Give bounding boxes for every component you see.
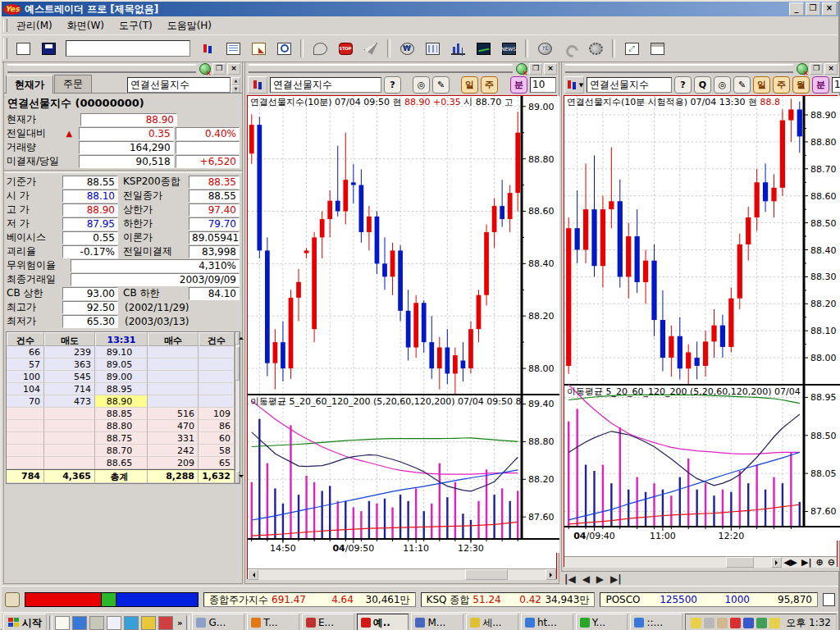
chart1-symbol-input[interactable]: 연결선물지수 (270, 77, 381, 93)
chart1-canvas[interactable]: 89.0088.8088.6088.4088.2088.0089.4088.80… (247, 95, 557, 579)
period-input[interactable]: 10 (530, 77, 556, 93)
help-button[interactable]: ? (384, 76, 401, 94)
orderbook-sell-row[interactable]: 5736389.05 (7, 358, 235, 371)
quick-launch-chevron-icon[interactable]: » (176, 619, 184, 628)
minute-button[interactable]: 분 (812, 76, 829, 94)
weekly-button[interactable]: 주 (481, 76, 498, 94)
character-icon[interactable] (141, 616, 156, 630)
candle-chart-button[interactable] (196, 38, 219, 59)
task-button-1[interactable]: T... (247, 614, 299, 630)
won-currency-button[interactable]: ₩ (395, 38, 418, 59)
draw-button[interactable]: ✎ (432, 76, 450, 94)
alert-hand-icon[interactable] (5, 592, 20, 607)
media-icon[interactable] (158, 616, 173, 630)
task-button-6[interactable]: ht... (521, 614, 573, 630)
panel-close-icon[interactable]: × (227, 63, 240, 75)
globe-icon[interactable] (124, 616, 139, 630)
menu-item-0[interactable]: 관리(M) (10, 17, 59, 34)
tab-current-price[interactable]: 현재가 (6, 75, 53, 94)
menu-item-2[interactable]: 도구(T) (112, 17, 159, 34)
magnifier-button[interactable]: Q (694, 76, 711, 94)
quote-symbol-input[interactable]: 연결선물지수 (127, 77, 231, 93)
scroll-thumb[interactable] (235, 346, 240, 381)
zoom-out-icon[interactable]: ⊖ (828, 557, 835, 568)
zoom-in-icon[interactable]: ⊕ (816, 557, 824, 568)
line-chart-button[interactable] (472, 38, 495, 59)
save-button[interactable] (37, 38, 60, 59)
restore-button[interactable]: ❐ (806, 2, 820, 16)
task-button-7[interactable]: Y... (576, 614, 628, 630)
chart2-svg[interactable]: 88.9088.8088.7088.6088.5088.4088.3088.20… (564, 96, 840, 554)
draw-button[interactable]: ✎ (733, 76, 751, 94)
page-arrow-icon[interactable]: ▶ (596, 573, 604, 585)
minute-button[interactable]: 분 (510, 76, 527, 94)
order-send-button[interactable] (247, 38, 270, 59)
weekly-button[interactable]: 주 (773, 76, 790, 94)
menu-item-1[interactable]: 화면(W) (61, 17, 111, 34)
send-plane-button[interactable] (359, 38, 382, 59)
scroll-right-icon[interactable] (546, 569, 556, 580)
chart1-svg[interactable]: 89.0088.8088.6088.4088.2088.0089.4088.80… (248, 96, 559, 566)
crosshair-button[interactable]: ◎ (714, 76, 731, 94)
graphics-icon[interactable] (743, 618, 754, 628)
page-nav-arrows[interactable]: |◀◀▶▶| (564, 573, 622, 585)
scroll-thumb[interactable] (465, 569, 508, 580)
orderbook-sell-row[interactable]: 10471488.95 (7, 383, 235, 395)
scroll-right-icon[interactable] (771, 557, 782, 568)
gear-button[interactable] (584, 38, 607, 59)
orderbook-buy-row[interactable]: 88.7024258 (7, 445, 235, 457)
panel-restore-icon[interactable]: ❒ (529, 63, 542, 75)
help-button[interactable]: ? (674, 76, 692, 94)
tab-order[interactable]: 주문 (54, 75, 92, 93)
orderbook-sell-row[interactable]: 7047388.90 (7, 395, 235, 408)
stock-search-button[interactable] (272, 38, 295, 59)
chart1-hscrollbar[interactable] (248, 568, 556, 580)
cyber-trade-button[interactable]: YL (533, 38, 556, 59)
task-button-5[interactable]: 세... (466, 614, 518, 630)
menu-grip[interactable] (3, 19, 7, 32)
task-button-4[interactable]: M... (411, 614, 463, 630)
smiley-icon[interactable] (769, 618, 780, 628)
news-button[interactable]: NEWS (497, 38, 520, 59)
task-button-3[interactable]: 예.. (357, 614, 409, 630)
orderbook-sell-row[interactable]: 6623989.10 (7, 346, 235, 358)
panel-grip[interactable] (249, 64, 513, 73)
scroll-up-icon[interactable] (235, 332, 240, 345)
task-button-2[interactable]: E... (302, 614, 354, 630)
page-arrow-icon[interactable]: ▶| (610, 573, 622, 585)
chart-nav-icons[interactable]: ◀▶▶|⊕⊖ (782, 557, 837, 568)
minimize-button[interactable]: _ (789, 2, 804, 16)
page-arrow-icon[interactable]: ◀ (582, 573, 590, 585)
display-icon[interactable] (704, 618, 714, 628)
orderbook-buy-row[interactable]: 88.85516109 (7, 408, 235, 420)
chat-button[interactable] (308, 38, 331, 59)
panel-grip[interactable] (7, 64, 196, 73)
new-file-button[interactable] (11, 38, 34, 59)
orderbook-scrollbar[interactable] (235, 332, 240, 483)
chart2-canvas[interactable]: 88.9088.8088.7088.6088.5088.4088.3088.20… (564, 95, 838, 567)
users-icon[interactable] (756, 618, 767, 628)
menu-item-3[interactable]: 도움말(H) (161, 17, 218, 34)
chart2-symbol-input[interactable]: 연결선물지수 (587, 77, 672, 93)
stop-button[interactable]: STOP (334, 38, 357, 59)
daily-button[interactable]: 일 (753, 76, 770, 94)
panel-close-icon[interactable]: × (824, 63, 838, 75)
bar-graph-button[interactable] (446, 38, 469, 59)
orderbook-buy-row[interactable]: 88.6520965 (7, 457, 235, 469)
daily-button[interactable]: 일 (461, 76, 478, 94)
chart2-hscrollbar[interactable]: ◀▶▶|⊕⊖ (564, 556, 837, 568)
memo-icon[interactable] (823, 593, 835, 606)
expand-button[interactable]: ⤢ (620, 38, 643, 59)
panel-restore-icon[interactable]: ❒ (212, 63, 226, 75)
link-ball-icon[interactable] (516, 63, 527, 75)
ie-icon[interactable] (72, 616, 87, 630)
end-arrow-icon[interactable]: ▶| (801, 557, 811, 568)
wallet-icon[interactable] (717, 618, 728, 628)
calculator-button[interactable] (421, 38, 444, 59)
candle-type-icon[interactable] (248, 76, 267, 94)
period-input[interactable]: 1 (832, 77, 840, 93)
paired-arrows-icon[interactable]: ◀▶ (783, 557, 797, 568)
blank-window-button[interactable] (646, 38, 669, 59)
link-ball-icon[interactable] (797, 63, 808, 75)
scroll-thumb[interactable] (726, 557, 754, 568)
